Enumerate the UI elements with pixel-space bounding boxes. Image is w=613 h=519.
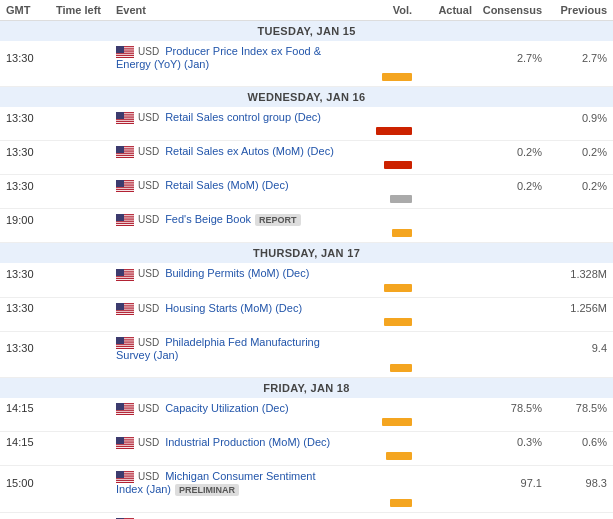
svg-rect-49 [116, 183, 134, 184]
cell-event: USDFed's Beige BookREPORT [116, 213, 342, 226]
svg-rect-95 [116, 306, 134, 307]
cell-event-name[interactable]: Industrial Production (MoM) (Dec) [165, 436, 330, 448]
svg-rect-82 [116, 274, 134, 275]
cell-event-name[interactable]: Retail Sales ex Autos (MoM) (Dec) [165, 145, 334, 157]
svg-rect-78 [116, 270, 134, 271]
svg-rect-53 [116, 187, 134, 188]
vol-bar [382, 73, 412, 81]
svg-rect-98 [116, 309, 134, 310]
svg-rect-83 [116, 275, 134, 276]
svg-rect-9 [116, 53, 134, 54]
cell-currency: USD [138, 214, 159, 225]
svg-rect-56 [116, 190, 134, 191]
table-header: GMT Time left Event Vol. Actual Consensu… [0, 0, 613, 21]
cell-event-name[interactable]: Fed's Beige Book [165, 213, 251, 225]
svg-rect-12 [116, 56, 134, 57]
svg-rect-148 [116, 448, 134, 449]
svg-rect-47 [116, 181, 134, 182]
svg-rect-80 [116, 272, 134, 273]
cell-event-name[interactable]: Capacity Utilization (Dec) [165, 402, 288, 414]
svg-rect-66 [116, 219, 134, 220]
svg-rect-91 [116, 303, 134, 304]
svg-rect-37 [116, 152, 134, 153]
cell-vol-bar [342, 450, 412, 462]
svg-rect-69 [116, 222, 134, 223]
svg-rect-5 [116, 50, 134, 51]
table-body: TUESDAY, JAN 1513:30 USDProducer Price I… [0, 21, 613, 519]
flag-icon [116, 471, 134, 483]
cell-previous: 0.6% [542, 436, 607, 448]
header-previous: Previous [542, 4, 607, 16]
svg-rect-97 [116, 308, 134, 309]
table-row: 13:30 USDRetail Sales ex Autos (MoM) (De… [0, 141, 613, 175]
svg-rect-39 [116, 154, 134, 155]
cell-currency: USD [138, 112, 159, 123]
vol-bar [376, 127, 412, 135]
svg-rect-40 [116, 155, 134, 156]
svg-rect-99 [116, 310, 134, 311]
svg-rect-38 [116, 153, 134, 154]
svg-rect-42 [116, 156, 134, 157]
cell-event: USDMichigan Consumer Sentiment Index (Ja… [116, 470, 342, 496]
svg-rect-164 [116, 471, 124, 477]
svg-rect-108 [116, 339, 134, 340]
vol-bar [390, 195, 412, 203]
svg-rect-86 [116, 278, 134, 279]
cell-currency: USD [138, 337, 159, 348]
svg-rect-77 [116, 269, 134, 270]
section-header-3: FRIDAY, JAN 18 [0, 378, 613, 398]
cell-event-name[interactable]: Retail Sales (MoM) (Dec) [165, 179, 288, 191]
svg-rect-72 [116, 225, 134, 226]
svg-rect-64 [116, 217, 134, 218]
svg-rect-121 [116, 403, 134, 404]
section-header-0: TUESDAY, JAN 15 [0, 21, 613, 41]
cell-vol-bar [342, 71, 412, 83]
svg-rect-18 [116, 114, 134, 115]
svg-rect-113 [116, 343, 134, 344]
table-row: 13:30 USDBuilding Permits (MoM) (Dec)1.3… [0, 263, 613, 297]
cell-event: USDHousing Starts (MoM) (Dec) [116, 302, 342, 315]
svg-rect-158 [116, 477, 134, 478]
svg-rect-136 [116, 437, 134, 438]
cell-event: USDIndustrial Production (MoM) (Dec) [116, 436, 342, 449]
svg-rect-139 [116, 440, 134, 441]
svg-rect-111 [116, 341, 134, 342]
svg-rect-88 [116, 280, 134, 281]
svg-rect-35 [116, 150, 134, 151]
svg-rect-54 [116, 188, 134, 189]
cell-previous: 9.4 [542, 342, 607, 354]
svg-rect-138 [116, 439, 134, 440]
svg-rect-157 [116, 477, 134, 478]
table-container: GMT Time left Event Vol. Actual Consensu… [0, 0, 613, 519]
svg-rect-161 [116, 480, 134, 481]
cell-gmt: 13:30 [6, 112, 56, 124]
table-row: 13:30 USDProducer Price Index ex Food & … [0, 41, 613, 87]
cell-gmt: 13:30 [6, 268, 56, 280]
cell-event-name[interactable]: Building Permits (MoM) (Dec) [165, 267, 309, 279]
cell-event-name[interactable]: Housing Starts (MoM) (Dec) [165, 302, 302, 314]
table-row: 13:30 USDPhiladelphia Fed Manufacturing … [0, 332, 613, 378]
svg-rect-129 [116, 410, 134, 411]
header-timeleft: Time left [56, 4, 116, 16]
cell-gmt: 15:00 [6, 477, 56, 489]
cell-event-name[interactable]: Retail Sales control group (Dec) [165, 111, 321, 123]
cell-currency: USD [138, 403, 159, 414]
flag-icon [116, 112, 134, 124]
svg-rect-153 [116, 473, 134, 474]
table-row: 18:00 USDBaker Hughes US Oil Rig Count [0, 513, 613, 519]
section-header-2: THURSDAY, JAN 17 [0, 243, 613, 263]
cell-currency: USD [138, 268, 159, 279]
svg-rect-92 [116, 304, 134, 305]
svg-rect-71 [116, 224, 134, 225]
svg-rect-14 [116, 46, 124, 52]
table-row: 13:30 USDRetail Sales (MoM) (Dec)0.2%0.2… [0, 175, 613, 209]
svg-rect-36 [116, 151, 134, 152]
vol-bar [390, 499, 412, 507]
cell-gmt: 13:30 [6, 302, 56, 314]
flag-icon [116, 146, 134, 158]
svg-rect-106 [116, 337, 134, 338]
svg-rect-128 [116, 409, 134, 410]
svg-rect-140 [116, 441, 134, 442]
svg-rect-149 [116, 437, 124, 443]
svg-rect-21 [116, 117, 134, 118]
